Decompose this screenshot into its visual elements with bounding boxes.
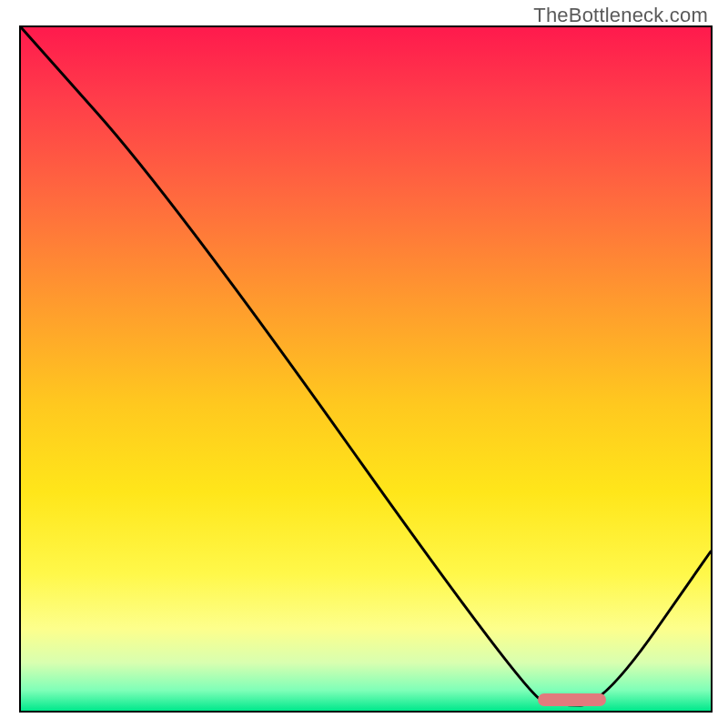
chart-container: TheBottleneck.com [0,0,728,728]
optimal-range-marker [538,693,606,706]
watermark-text: TheBottleneck.com [533,4,708,27]
bottleneck-curve [21,27,711,705]
curve-svg [21,27,711,711]
plot-area [19,25,713,713]
